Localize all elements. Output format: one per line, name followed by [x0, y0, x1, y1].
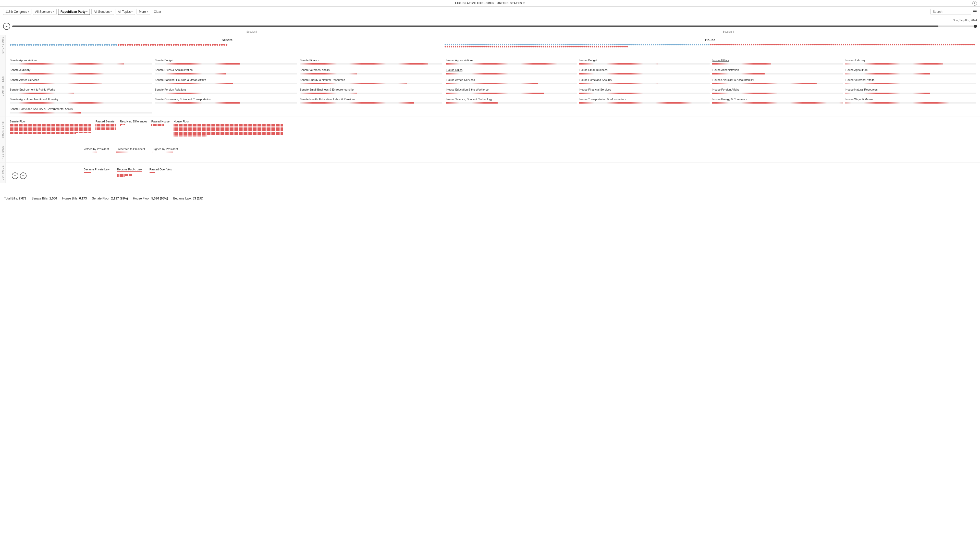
- genders-caret: ▾: [110, 11, 112, 13]
- congress-caret: ▾: [28, 11, 29, 13]
- genders-filter[interactable]: All Genders ▾: [91, 9, 114, 15]
- chambers-layout: Senate Floor Passed Senate Resolving Dif…: [10, 120, 976, 137]
- president-label: PRESIDENT: [0, 142, 6, 162]
- sponsors-label: SPONSORS: [0, 35, 6, 55]
- outcome-label: OUTCOME: [0, 163, 6, 183]
- stats-bar: Total Bills: 7,673 Senate Bills: 1,500 H…: [0, 194, 980, 203]
- passed-senate-title: Passed Senate: [95, 120, 116, 123]
- timeline-bar: Sun, Sep 8th, 2024 ▶ Session I Session I…: [0, 17, 980, 35]
- timeline-fill: [12, 25, 939, 27]
- committee-item: House Ways & Means: [845, 97, 976, 103]
- senate-floor-col: Senate Floor: [10, 120, 91, 134]
- zoom-in-button[interactable]: +: [12, 172, 18, 179]
- house-floor-stat: House Floor: 5,036 (66%): [133, 197, 168, 200]
- sponsors-row: SPONSORS Senate House: [0, 35, 980, 56]
- more-caret: ▾: [147, 11, 148, 13]
- senate-bills-stat: Senate Bills: 1,500: [32, 197, 57, 200]
- title-caret[interactable]: ▾: [523, 2, 525, 5]
- committee-item: House Homeland Security: [579, 78, 710, 84]
- total-bills-stat: Total Bills: 7,673: [4, 197, 26, 200]
- committee-item: Senate Environment & Public Works: [10, 88, 152, 94]
- presented-bar: [116, 151, 130, 152]
- president-content: Vetoed by President Presented to Preside…: [6, 142, 980, 162]
- senate-floor-title: Senate Floor: [10, 120, 91, 123]
- committee-item: House Judiciary: [845, 59, 976, 65]
- party-filter[interactable]: Republican Party ▾: [58, 9, 90, 15]
- sponsors-caret: ▾: [53, 11, 54, 13]
- vetoed-label: Vetoed by President: [84, 148, 109, 151]
- session1-label: Session I: [13, 30, 490, 33]
- play-button[interactable]: ▶: [3, 23, 10, 30]
- committees-label: COMMITTEES: [0, 56, 6, 117]
- committee-item: Senate Finance: [300, 59, 442, 65]
- committee-item: House Science, Space & Technology: [446, 97, 577, 103]
- committee-item: House Agriculture: [845, 68, 976, 74]
- committee-item: Senate Small Business & Entrepreneurship: [300, 88, 442, 94]
- committee-item: House Oversight & Accountability: [712, 78, 843, 84]
- topics-caret: ▾: [131, 11, 133, 13]
- resolving-col: Resolving Differences: [120, 120, 147, 126]
- committee-item: Senate Energy & Natural Resources: [300, 78, 442, 84]
- chambers-row: CHAMBERS Senate Floor Passed Senate Reso…: [0, 117, 980, 142]
- menu-icon[interactable]: ☰: [973, 9, 977, 14]
- committee-item: House Appropriations: [446, 59, 577, 65]
- president-row: PRESIDENT Vetoed by President Presented …: [0, 142, 980, 163]
- committee-item: Senate Foreign Relations: [155, 88, 297, 94]
- vetoed-bar: [84, 151, 97, 152]
- vetoed-item: Vetoed by President: [84, 148, 109, 152]
- zoom-controls: + −: [8, 170, 980, 181]
- house-committees-half: House AppropriationsHouse BudgetHouse Et…: [444, 59, 978, 114]
- senate-floor-stat: Senate Floor: 2,117 (28%): [92, 197, 128, 200]
- senate-floor-block: [10, 124, 91, 134]
- content-wrapper: SPONSORS Senate House COMMITTEES: [0, 35, 980, 194]
- zoom-out-button[interactable]: −: [20, 172, 27, 179]
- info-icon[interactable]: i: [972, 1, 977, 6]
- house-floor-block: [173, 124, 283, 137]
- sponsors-filter[interactable]: All Sponsors ▾: [33, 9, 57, 15]
- committee-item: House Education & the Workforce: [446, 88, 577, 94]
- committee-item: Senate Veterans' Affairs: [300, 68, 442, 74]
- committee-item: Senate Banking, Housing & Urban Affairs: [155, 78, 297, 84]
- house-sponsor-dots: [445, 44, 976, 48]
- committee-item: Senate Appropriations: [10, 59, 152, 65]
- timeline-thumb: [974, 25, 977, 28]
- timeline-track[interactable]: [12, 25, 977, 27]
- date-label: Sun, Sep 8th, 2024: [3, 19, 977, 22]
- committee-item: House Armed Services: [446, 78, 577, 84]
- committees-row: COMMITTEES Senate AppropriationsSenate B…: [0, 56, 980, 117]
- senate-committees-grid: Senate AppropriationsSenate BudgetSenate…: [10, 59, 442, 114]
- passed-house-title: Passed House: [151, 120, 170, 123]
- signed-label: Signed by President: [153, 148, 178, 151]
- passed-senate-block: [95, 124, 116, 130]
- committee-item: Senate Armed Services: [10, 78, 152, 84]
- committee-item: Senate Homeland Security & Governmental …: [10, 107, 152, 113]
- chambers-label: CHAMBERS: [0, 117, 6, 142]
- committee-item: House Administration: [712, 68, 843, 74]
- search-input[interactable]: [931, 9, 971, 15]
- committee-item: House Foreign Affairs: [712, 88, 843, 94]
- topics-filter[interactable]: All Topics ▾: [116, 9, 135, 15]
- committee-item: Senate Commerce, Science & Transportatio…: [155, 97, 297, 103]
- committee-item: Senate Judiciary: [10, 68, 152, 74]
- app-title: LEGISLATIVE EXPLORER: UNITED STATES: [455, 2, 522, 5]
- committee-item: House Ethics: [712, 59, 843, 65]
- passed-senate-col: Passed Senate: [95, 120, 116, 130]
- chambers-content: Senate Floor Passed Senate Resolving Dif…: [6, 117, 980, 142]
- committee-item: Senate Health, Education, Labor & Pensio…: [300, 97, 442, 103]
- sponsors-content: Senate House: [6, 35, 980, 55]
- committee-item: House Budget: [579, 59, 710, 65]
- committee-item: House Small Business: [579, 68, 710, 74]
- committee-item: House Veterans' Affairs: [845, 78, 976, 84]
- congress-filter[interactable]: 118th Congress ▾: [3, 9, 32, 15]
- clear-button[interactable]: Clear: [152, 9, 163, 14]
- more-filter[interactable]: More ▾: [137, 9, 150, 15]
- session-labels: Session I Session II: [3, 30, 977, 33]
- committees-split: Senate AppropriationsSenate BudgetSenate…: [8, 59, 978, 114]
- committee-item: Senate Budget: [155, 59, 297, 65]
- committee-item: House Natural Resources: [845, 88, 976, 94]
- signed-bar: [153, 151, 173, 152]
- committee-item: House Energy & Commerce: [712, 97, 843, 103]
- passed-house-block: [151, 124, 164, 126]
- presented-label: Presented to President: [116, 148, 145, 151]
- passed-house-col: Passed House: [151, 120, 170, 126]
